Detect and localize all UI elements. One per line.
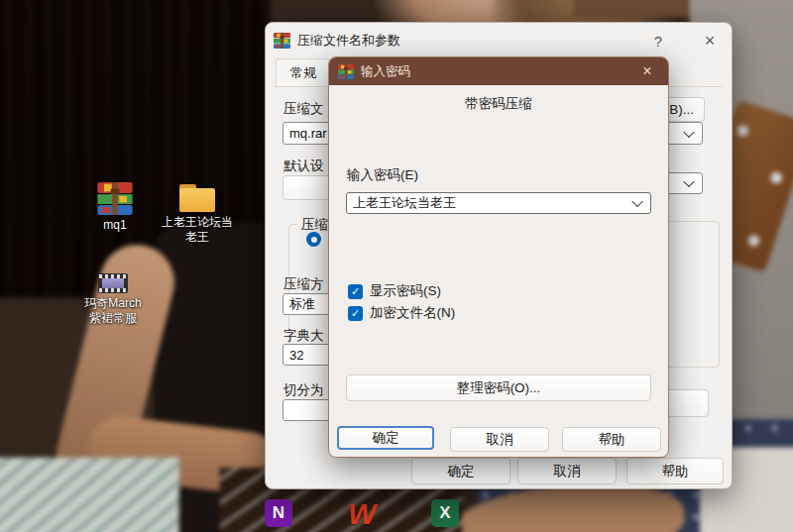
video-file-icon [98,273,128,293]
desktop-icon-label: 上老王论坛当 [162,215,233,230]
help-caption-button[interactable]: ? [644,30,672,52]
close-icon[interactable]: × [635,62,659,80]
dialog-title: 压缩文件名和参数 [297,32,644,50]
organize-passwords-button[interactable]: 整理密码(O)... [346,374,651,401]
bedsheet-left [0,458,179,532]
ok-button[interactable]: 确定 [337,426,434,450]
dialog-title: 输入密码 [361,63,635,80]
password-input[interactable]: 上老王论坛当老王 [346,192,651,214]
picture-frame [574,0,695,17]
desktop-icon-video[interactable]: 玛奇March 紫裙常服 [61,273,165,326]
password-label: 输入密码(E) [347,166,418,184]
chevron-down-icon[interactable] [631,196,642,207]
split-volumes-label: 切分为 [283,381,324,399]
checkbox-checked-icon[interactable]: ✓ [348,284,363,299]
show-password-label: 显示密码(S) [370,282,441,300]
winrar-archive-icon [97,182,133,215]
encrypt-filenames-checkbox-row[interactable]: ✓ 加密文件名(N) [348,304,455,322]
help-button[interactable]: 帮助 [562,427,661,452]
desktop-icon-label-line2: 老王 [185,230,209,245]
desktop-icon-label: mq1 [103,218,126,233]
cancel-button[interactable]: 取消 [450,427,549,452]
video-thumbnail [102,278,124,288]
compression-method-value: 标准 [289,295,315,313]
chevron-down-icon[interactable] [683,126,694,137]
dictionary-size-label: 字典大 [283,327,324,345]
dictionary-size-value: 32 [289,348,303,363]
archive-name-label: 压缩文 [283,100,324,118]
ok-button[interactable]: 确定 [411,458,510,484]
tab-general[interactable]: 常规 [276,58,331,87]
close-icon[interactable]: × [696,30,724,52]
desktop-icon-mq1[interactable]: mq1 [87,182,143,233]
chevron-down-icon[interactable] [683,176,694,187]
show-password-checkbox-row[interactable]: ✓ 显示密码(S) [348,282,441,300]
desktop-icon-folder[interactable]: 上老王论坛当 老王 [157,184,238,245]
desktop-icon-label-line2: 紫裙常服 [89,311,137,326]
desktop-icon-wps[interactable]: W ↗ [348,500,376,532]
desktop-icon-excel[interactable]: X ↗ [431,499,459,532]
folder-icon [179,184,215,212]
password-value: 上老王论坛当老王 [353,194,456,212]
help-button[interactable]: 帮助 [626,458,724,484]
encrypt-filenames-label: 加密文件名(N) [370,304,455,322]
checkbox-checked-icon[interactable]: ✓ [348,306,363,321]
format-radio-selected[interactable] [306,232,321,247]
archive-name-value: mq.rar [289,126,327,141]
password-heading: 带密码压缩 [329,95,668,113]
dialog-titlebar[interactable]: 压缩文件名和参数 ? × [266,23,732,58]
enter-password-dialog: 输入密码 × 带密码压缩 输入密码(E) 上老王论坛当老王 ✓ 显示密码(S) … [328,56,669,458]
wps-icon: W [348,500,376,528]
folder-icon-front [179,188,215,212]
onenote-icon: N [265,499,292,527]
cancel-button[interactable]: 取消 [517,458,617,484]
desktop-icon-label: 玛奇March [84,296,141,311]
desktop-screen: mq1 上老王论坛当 老王 玛奇March 紫裙常服 N ↗ W ↗ X ↗ 压… [0,0,793,532]
desktop-icon-onenote[interactable]: N ↗ [265,499,292,532]
compression-method-label: 压缩方 [283,275,324,293]
winrar-app-icon [338,64,354,79]
profile-label: 默认设 [283,158,324,175]
winrar-app-icon [274,33,290,49]
excel-icon: X [431,499,459,527]
dialog-titlebar[interactable]: 输入密码 × [329,57,668,85]
